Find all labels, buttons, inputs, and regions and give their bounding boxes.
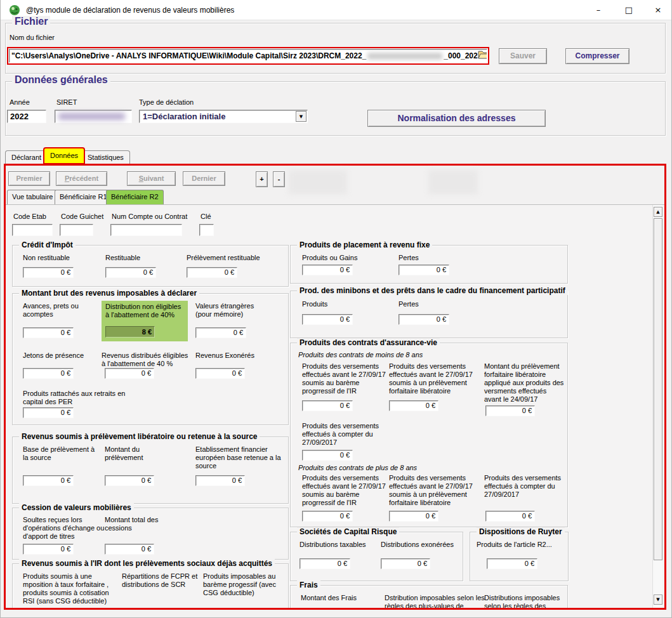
- close-button[interactable]: ×: [649, 3, 667, 17]
- av-m8-bareme-field[interactable]: 0 €: [302, 400, 353, 411]
- subtab-beneficiaire-r1[interactable]: Bénéficiaire R1: [55, 190, 112, 204]
- type-declaration-value: 1=Déclaration initiale: [143, 112, 225, 121]
- revenus-exoneres-field[interactable]: 0 €: [195, 368, 245, 379]
- field-label: Dstribution imposables selon les règles …: [385, 594, 489, 608]
- filename-input[interactable]: "C:\Users\Analys\OneDrive - ANALYS INFOR…: [7, 47, 489, 65]
- distribution-non-eligibles-field[interactable]: 8 €: [105, 326, 155, 338]
- field-label: Base de prélèvement à la source: [23, 445, 96, 462]
- group-assurance-vie-title: Produits des contrats d'assurance-vie: [297, 338, 440, 347]
- precedent-button[interactable]: Précédent: [56, 171, 107, 186]
- prelevement-restituable-field[interactable]: 0 €: [187, 267, 237, 278]
- group-cession-title: Cession de valeurs mobilières: [19, 503, 134, 512]
- group-minibons: Prod. des minibons et des prêts dans le …: [290, 291, 568, 338]
- jetons-presence-field[interactable]: 0 €: [23, 368, 74, 379]
- dernier-button[interactable]: Dernier: [183, 171, 225, 186]
- siret-label: SIRET: [56, 98, 77, 107]
- annee-field[interactable]: 2022: [7, 110, 46, 123]
- num-compte-field[interactable]: [110, 224, 182, 236]
- field-label: Valeurs étrangères (pour mémoire): [195, 302, 267, 319]
- etablissement-europeen-field[interactable]: 0 €: [195, 475, 245, 486]
- sauver-button[interactable]: Sauver: [499, 48, 547, 64]
- field-label: Pertes: [399, 254, 419, 262]
- filename-path-prefix: "C:\Users\Analys\OneDrive - ANALYS INFOR…: [11, 51, 366, 60]
- field-label: Produits imposables au barème progessif …: [203, 572, 287, 597]
- suivant-button[interactable]: Suivant: [127, 171, 176, 186]
- group-frais-title: Frais: [297, 581, 320, 589]
- distributions-exonerees-field[interactable]: 0 €: [381, 558, 430, 569]
- group-minibons-title: Prod. des minibons et des prêts dans le …: [297, 286, 568, 295]
- maximize-button[interactable]: □: [620, 3, 638, 17]
- avances-prets-field[interactable]: 0 €: [23, 327, 74, 338]
- group-donnees-generales-title: Données générales: [12, 74, 110, 86]
- type-declaration-dropdown[interactable]: 1=Déclaration initiale ▼: [139, 110, 308, 123]
- base-prelevement-field[interactable]: 0 €: [23, 475, 74, 486]
- normalisation-adresses-button[interactable]: Normalisation des adresses: [367, 110, 546, 127]
- pertes-field[interactable]: 0 €: [399, 265, 449, 275]
- soultes-field[interactable]: 0 €: [23, 544, 74, 555]
- field-label: Revenus Exonérés: [195, 352, 272, 360]
- av-p8-bareme-field[interactable]: 0 €: [302, 511, 353, 522]
- code-guichet-label: Code Guichet: [61, 213, 103, 221]
- filename-redacted-segment: [367, 53, 442, 60]
- av-m8-pfl-field[interactable]: 0 €: [389, 400, 438, 411]
- field-label: Pertes: [399, 300, 419, 308]
- num-compte-label: Num Compte ou Contrat: [112, 213, 187, 221]
- minimize-button[interactable]: –: [590, 3, 607, 17]
- redacted-block-1: [289, 170, 347, 194]
- field-label: Produits de l'article R2...: [477, 541, 565, 549]
- minibons-pertes-field[interactable]: 0 €: [399, 314, 449, 325]
- group-revenus-ir: Revenus soumis à l'IR dont les prélèveme…: [12, 563, 289, 608]
- siret-field[interactable]: [55, 110, 132, 123]
- field-label: Produits des versements effectués avant …: [302, 362, 392, 395]
- tab-declarant[interactable]: Déclarant: [5, 150, 48, 164]
- code-etab-field[interactable]: [12, 224, 53, 236]
- scroll-up-icon[interactable]: ▲: [654, 207, 662, 217]
- field-label: Produits des versements effectués à comp…: [484, 474, 570, 499]
- av-p8-apres2017-field[interactable]: 0 €: [485, 511, 535, 522]
- browse-folder-icon[interactable]: [478, 50, 487, 62]
- code-guichet-field[interactable]: [60, 224, 93, 236]
- group-assurance-vie: Produits des contrats d'assurance-vie Pr…: [290, 343, 568, 527]
- field-label: Produits des versements effectués avant …: [389, 474, 485, 507]
- group-frais: Frais Montant des Frais Dstribution impo…: [290, 585, 568, 608]
- field-label: Soultes reçues lors d'opérations d'échan…: [23, 516, 112, 541]
- field-label: Distribution non éligibles à l'abattemen…: [105, 303, 185, 319]
- field-label: Avances, prets ou acomptes: [23, 302, 94, 319]
- restituable-field[interactable]: 0 €: [105, 267, 156, 278]
- minibons-produits-field[interactable]: 0 €: [302, 314, 353, 325]
- revenus-eligibles-40-field[interactable]: 0 €: [105, 368, 154, 379]
- type-declaration-label: Type de déclation: [139, 98, 194, 107]
- siret-redacted-value: [58, 113, 125, 120]
- av-m8-apres2017-field[interactable]: 0 €: [302, 450, 353, 461]
- article-r2-field[interactable]: 0 €: [487, 558, 537, 569]
- cle-field[interactable]: [199, 224, 214, 236]
- field-label: Jetons de présence: [23, 352, 105, 360]
- scroll-down-icon[interactable]: ▼: [654, 595, 662, 605]
- av-m8-montant-pfl-field[interactable]: 0 €: [485, 405, 535, 416]
- field-label: Montant du prélèvement: [105, 445, 162, 462]
- montant-cessions-field[interactable]: 0 €: [105, 544, 154, 555]
- code-etab-label: Code Etab: [13, 213, 46, 221]
- produits-per-field[interactable]: 0 €: [23, 407, 74, 418]
- form-scrollbar[interactable]: ▲ ▼: [652, 205, 662, 608]
- field-label: Distributions taxables: [300, 541, 366, 549]
- app-icon: [9, 4, 20, 16]
- chevron-down-icon[interactable]: ▼: [296, 111, 306, 122]
- compresser-button[interactable]: Compresser: [565, 48, 629, 64]
- distributions-taxables-field[interactable]: 0 €: [300, 558, 350, 569]
- produits-gains-field[interactable]: 0 €: [302, 265, 353, 275]
- beneficiaire-r2-form: Code Etab Code Guichet Num Compte ou Con…: [6, 204, 664, 608]
- non-restituable-field[interactable]: 0 €: [23, 267, 74, 278]
- premier-button[interactable]: Premier: [8, 171, 50, 186]
- tab-donnees[interactable]: Données: [43, 147, 85, 164]
- montant-prelevement-field[interactable]: 0 €: [105, 475, 154, 486]
- av-p8-pfl-field[interactable]: 0 €: [389, 511, 438, 522]
- add-row-button[interactable]: +: [256, 171, 268, 187]
- remove-row-button[interactable]: -: [273, 171, 285, 187]
- subtab-vue-tabulaire[interactable]: Vue tabulaire: [7, 190, 58, 204]
- tab-statistiques[interactable]: Statistiques: [81, 150, 130, 164]
- subtab-beneficiaire-r2[interactable]: Bénéficiaire R2: [106, 190, 164, 204]
- group-montant-brut: Montant brut des revenus imposables à dé…: [12, 293, 289, 425]
- scrollbar-thumb[interactable]: [654, 218, 662, 560]
- valeurs-etrangeres-field[interactable]: 0 €: [195, 327, 246, 338]
